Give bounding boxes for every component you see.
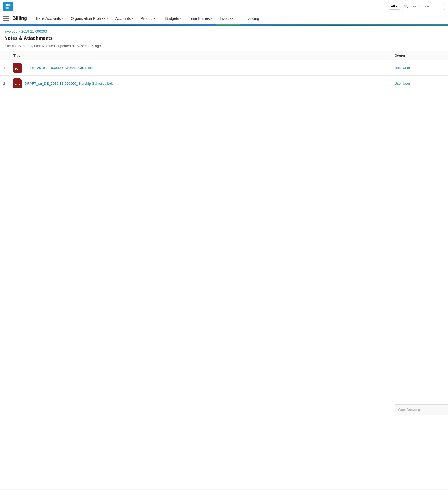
svg-rect-2 [6,6,8,9]
pdf-label: PDF [15,83,20,86]
nav-label-bank-accounts: Bank Accounts [36,16,61,21]
table-header: Title ⌄ Owner [0,51,448,60]
search-box: 🔍 [402,3,445,10]
col-title-header[interactable]: Title ⌄ [13,53,395,57]
col-owner-header: Owner [395,53,448,57]
table-rows-container: 1 PDF en_DE_2019-11-000000_Starship Gala… [0,60,448,91]
nav-label-products: Products [141,16,155,21]
grid-apps-icon[interactable] [3,16,9,21]
nav-label-invoicing: Invoicing [244,16,259,21]
svg-rect-0 [6,4,8,6]
chevron-down-icon: ▾ [396,4,398,8]
row-file-link[interactable]: en_DE_2019-11-000000_Starship Galactica … [25,66,99,70]
nav-bar: Billing Bank Accounts ▾ Organization Pro… [0,13,448,25]
nav-item-invoices[interactable]: Invoices ▾ [216,13,240,25]
content-area: Invoices › 2019-11-000000 Notes & Attach… [0,26,448,489]
chevron-down-icon: ▾ [107,17,108,20]
subtitle: 2 items · Sorted by Last Modified · Upda… [0,42,448,51]
nav-label-time-entries: Time Entries [189,16,210,21]
nav-item-budgets[interactable]: Budgets ▾ [161,13,185,25]
row-title-cell: PDF en_DE_2019-11-000000_Starship Galact… [13,63,395,73]
row-file-link[interactable]: DRAFT_en_DE_2019-11-000000_Starship Gala… [25,82,113,86]
breadcrumb-parent-link[interactable]: Invoices [4,29,17,33]
pdf-label: PDF [15,67,20,70]
row-owner[interactable]: User User [395,82,448,86]
table-row: 2 PDF DRAFT_en_DE_2019-11-000000_Starshi… [0,76,448,91]
nav-label-org-profiles: Organization Profiles [71,16,106,21]
chevron-down-icon: ▾ [234,17,236,20]
svg-rect-3 [8,6,9,9]
top-bar: All ▾ 🔍 [0,0,448,13]
pdf-file-icon: PDF [13,78,22,88]
nav-label-invoices: Invoices [220,16,233,21]
nav-label-budgets: Budgets [165,16,179,21]
row-number: 1 [0,66,13,70]
nav-item-time-entries[interactable]: Time Entries ▾ [185,13,216,25]
chevron-down-icon: ▾ [156,17,158,20]
search-icon: 🔍 [404,4,409,9]
title-column-label: Title [13,53,21,57]
nav-item-invoicing[interactable]: Invoicing [241,13,263,25]
row-title-cell: PDF DRAFT_en_DE_2019-11-000000_Starship … [13,78,395,88]
pdf-file-icon: PDF [13,63,22,73]
nav-item-accounts[interactable]: Accounts ▾ [112,13,137,25]
nav-item-org-profiles[interactable]: Organization Profiles ▾ [67,13,112,25]
chevron-down-icon: ▾ [62,17,63,20]
all-dropdown[interactable]: All ▾ [389,3,400,10]
chevron-down-icon: ▾ [132,17,133,20]
caret-browsing-tooltip: Caret Browsing [395,404,448,415]
row-owner[interactable]: User User [395,66,448,70]
page-title: Notes & Attachments [4,36,444,41]
breadcrumb: Invoices › 2019-11-000000 [0,26,448,34]
page-header: Notes & Attachments [0,34,448,42]
nav-item-bank-accounts[interactable]: Bank Accounts ▾ [32,13,67,25]
search-input[interactable] [410,4,442,8]
chevron-down-icon: ▾ [211,17,212,20]
nav-label-accounts: Accounts [115,16,131,21]
app-logo[interactable] [3,2,13,11]
sort-icon: ⌄ [22,54,24,57]
caret-browsing-label: Caret Browsing [398,408,420,412]
breadcrumb-current[interactable]: 2019-11-000000 [21,29,47,33]
nav-title: Billing [12,16,27,21]
nav-item-products[interactable]: Products ▾ [137,13,161,25]
table-row: 1 PDF en_DE_2019-11-000000_Starship Gala… [0,60,448,76]
chevron-down-icon: ▾ [180,17,181,20]
all-label: All [391,4,395,8]
breadcrumb-separator: › [19,30,20,33]
row-number: 2 [0,82,13,86]
svg-rect-1 [8,4,10,6]
search-area: All ▾ 🔍 [389,3,445,10]
